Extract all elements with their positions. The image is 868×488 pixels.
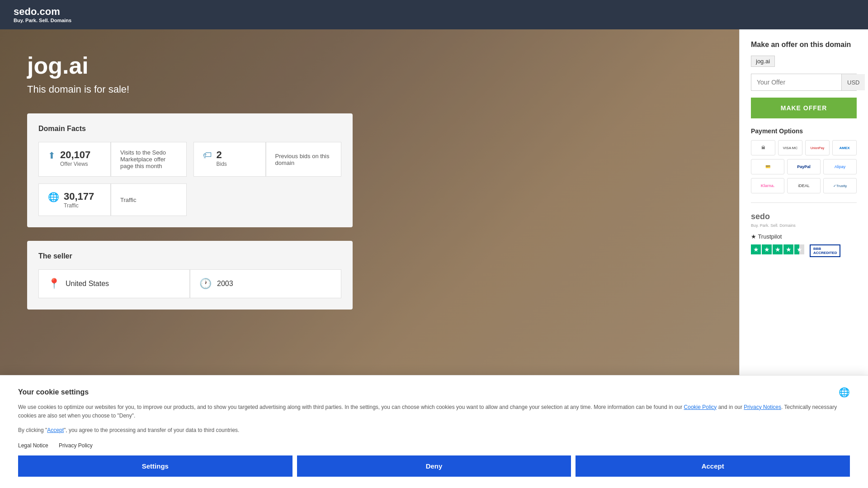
bids-label: Bids [217,161,227,167]
offer-views-data: 20,107 Offer Views [60,149,90,167]
traffic-desc: Traffic [111,183,187,216]
cookie-confirm: By clicking "Accept", you agree to the p… [18,427,850,433]
payment-alipay: Alipay [823,159,857,174]
globe-icon: 🌐 [48,192,59,202]
traffic-data: 30,177 Traffic [64,191,94,209]
seller-card: The seller 📍 United States 🕐 2003 [27,241,353,310]
traffic-number: 30,177 [64,191,94,202]
accept-button[interactable]: Accept [576,455,850,477]
sidebar-divider [751,202,857,203]
trustpilot-row: ★ Trustpilot [751,233,857,240]
trustpilot-label: ★ Trustpilot [751,233,782,240]
domain-subtitle: This domain is for sale! [27,84,712,95]
seller-grid: 📍 United States 🕐 2003 [38,269,341,298]
payment-title: Payment Options [751,127,857,135]
payment-klarna: Klarna. [751,178,784,193]
seller-country: United States [66,280,109,288]
make-offer-button[interactable]: MAKE OFFER [751,98,857,118]
left-inner: jog.ai This domain is for sale! Domain F… [27,52,712,310]
logo-tagline-prefix: Buy. Park. Sell. [14,18,49,23]
clock-icon: 🕐 [199,278,212,290]
payment-amex: AMEX [832,140,857,155]
offer-views-number: 20,107 [60,149,90,161]
cookie-title: Your cookie settings [18,388,89,396]
cookie-buttons: Settings Deny Accept [18,455,850,477]
star-5-half: ★ [794,244,804,254]
header: sedo.com Buy. Park. Sell. Domains [0,0,868,29]
sedo-logo-small: sedo [751,212,857,221]
settings-button[interactable]: Settings [18,455,292,477]
logo-tagline-brand: Domains [51,18,71,23]
traffic-box: 🌐 30,177 Traffic [38,183,111,216]
offer-views-row: ⬆ 20,107 Offer Views Visits to the Sedo … [38,142,187,177]
empty-cell [193,183,342,216]
facts-card-title: Domain Facts [38,125,341,133]
seller-country-box: 📍 United States [38,269,190,298]
domain-title: jog.ai [27,52,712,79]
payment-ideal: iDEAL [787,178,821,193]
bids-desc: Previous bids on this domain [266,142,342,177]
payment-trustly: ✓Trustly [823,178,857,193]
cookie-body: We use cookies to optimize our websites … [18,403,850,420]
payment-unionpay: UnionPay [805,140,830,155]
cursor-icon: ⬆ [48,150,56,161]
bids-number: 2 [217,149,227,161]
traffic-label: Traffic [64,202,94,209]
star-1: ★ [751,244,761,254]
offer-input-row[interactable]: USD [751,74,857,91]
offer-views-desc: Visits to the Sedo Marketplace offer pag… [111,142,187,177]
bids-box: 🏷 2 Bids [193,142,266,177]
accept-link[interactable]: Accept [47,427,64,433]
offer-views-box: ⬆ 20,107 Offer Views [38,142,111,177]
offer-currency: USD [841,74,865,90]
logo-text: sedo.com [14,7,71,17]
payment-icons-row3: Klarna. iDEAL ✓Trustly [751,178,857,193]
cookie-links: Legal Notice Privacy Policy [18,442,850,449]
privacy-notices-link[interactable]: Privacy Notices [744,404,781,410]
payment-icons-row2: 💳 PayPal Alipay [751,159,857,174]
cookie-header: Your cookie settings 🌐 [18,387,850,398]
logo: sedo.com Buy. Park. Sell. Domains [14,7,71,23]
facts-grid: ⬆ 20,107 Offer Views Visits to the Sedo … [38,142,341,216]
legal-notice-link[interactable]: Legal Notice [18,442,48,449]
cookie-policy-link[interactable]: Cookie Policy [684,404,717,410]
privacy-policy-link[interactable]: Privacy Policy [59,442,93,449]
bids-row: 🏷 2 Bids Previous bids on this domain [193,142,342,177]
seller-year: 2003 [217,280,233,288]
seller-year-box: 🕐 2003 [190,269,341,298]
domain-badge: jog.ai [751,56,775,67]
star-4: ★ [783,244,793,254]
deny-button[interactable]: Deny [297,455,571,477]
facts-card: Domain Facts ⬆ 20,107 Offer Views Visits… [27,113,353,227]
sedo-logo-small-sub: Buy. Park. Sell. Domains [751,223,857,228]
star-3: ★ [773,244,783,254]
traffic-row: 🌐 30,177 Traffic Traffic [38,183,187,216]
location-icon: 📍 [48,278,60,290]
payment-card: 💳 [751,159,784,174]
payment-paypal: PayPal [787,159,821,174]
payment-icons-row1: 🏛 VISA MC UnionPay AMEX [751,140,857,155]
trustpilot-stars: ★ ★ ★ ★ ★ BBBACCREDITED [751,244,857,257]
make-offer-title: Make an offer on this domain [751,41,857,49]
star-2: ★ [762,244,772,254]
bids-data: 2 Bids [217,149,227,167]
bbb-badge: BBBACCREDITED [810,244,840,257]
language-icon[interactable]: 🌐 [839,387,850,398]
seller-card-title: The seller [38,252,341,260]
payment-bank: 🏛 [751,140,775,155]
offer-input[interactable] [751,74,841,90]
cookie-banner: Your cookie settings 🌐 We use cookies to… [0,375,868,488]
offer-views-label: Offer Views [60,161,90,167]
tag-icon: 🏷 [203,150,212,160]
logo-sub: Buy. Park. Sell. Domains [14,18,71,23]
payment-visa-mc: VISA MC [778,140,802,155]
